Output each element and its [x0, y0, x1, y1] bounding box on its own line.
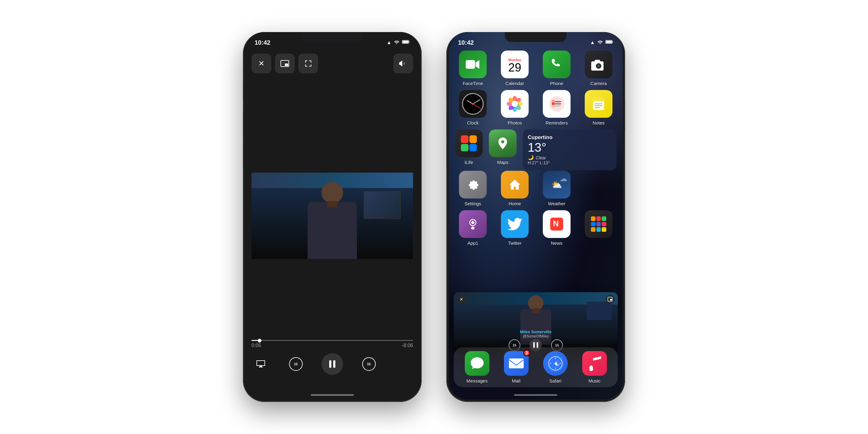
svg-rect-45	[610, 299, 612, 301]
expand-button[interactable]	[299, 54, 318, 73]
settings-label: Settings	[465, 201, 481, 206]
dock-messages[interactable]: Messages	[465, 351, 490, 383]
remaining-time: -8:06	[402, 343, 413, 348]
time-labels: 0:05 -8:06	[251, 343, 413, 348]
pip-person-handle: @SomeOfMiles	[454, 334, 618, 338]
power-button[interactable]	[421, 100, 422, 131]
mute-button[interactable]	[243, 82, 244, 100]
app-podcast[interactable]: App1	[455, 210, 491, 246]
svg-point-22	[512, 101, 518, 107]
app-camera[interactable]: Camera	[581, 51, 617, 86]
video-player-screen: 10:42 ▲	[245, 32, 419, 400]
safari-icon	[543, 351, 568, 376]
volume-down-button-2[interactable]	[446, 143, 447, 168]
progress-bar-container[interactable]: 0:05 -8:06	[251, 340, 413, 348]
app-maps[interactable]: Maps	[489, 129, 517, 165]
notes-label: Notes	[592, 120, 604, 125]
svg-rect-10	[466, 60, 475, 69]
news-icon: N	[543, 210, 570, 238]
weather-range: H:27° L:13°	[528, 160, 612, 165]
svg-text:N: N	[553, 219, 559, 228]
signal-icon: ▲	[386, 40, 392, 45]
app-grid-row4: Settings Home ☁ ⛅	[455, 171, 617, 206]
weather-widget[interactable]: Cupertino 13° 🌙 Clear H:27° L:13°	[523, 129, 617, 170]
app-twitter[interactable]: Twitter	[497, 210, 533, 246]
svg-rect-32	[593, 100, 604, 101]
pip-button[interactable]	[275, 54, 295, 73]
volume-up-button-2[interactable]	[446, 112, 447, 137]
volume-up-button[interactable]	[243, 112, 244, 137]
weather-app-icon: ☁ ⛅	[543, 171, 570, 198]
ilife-label: iLife	[465, 160, 473, 165]
app-weather[interactable]: ☁ ⛅ Weather	[539, 171, 575, 206]
calendar-icon: Monday 29	[501, 51, 529, 78]
app-row3-with-widget: iLife Maps Cupertino 13° 🌙	[455, 129, 617, 170]
maps-icon	[489, 129, 517, 157]
calendar-num: 29	[508, 62, 521, 73]
app-notes[interactable]: Notes	[581, 90, 617, 125]
svg-point-49	[589, 367, 593, 371]
video-thumbnail	[251, 173, 413, 259]
notch-2	[505, 32, 566, 42]
reminders-icon	[543, 90, 570, 118]
home-indicator-2[interactable]	[514, 394, 557, 396]
weather-temp: 13°	[528, 141, 612, 154]
close-button[interactable]: ✕	[251, 54, 271, 73]
clock-icon	[459, 90, 487, 118]
messages-label: Messages	[466, 378, 487, 383]
svg-rect-9	[606, 41, 612, 43]
maps-label: Maps	[497, 160, 508, 165]
calendar-label: Calendar	[505, 81, 524, 86]
app-news[interactable]: N News	[539, 210, 575, 246]
playback-controls: 0:05 -8:06 15	[251, 340, 413, 375]
settings-icon	[459, 171, 487, 198]
app-empty	[581, 171, 617, 206]
app-grid-row1: FaceTime Monday 29 Calendar	[455, 51, 617, 86]
svg-rect-6	[333, 360, 335, 368]
pause-button[interactable]	[321, 353, 343, 375]
pip-expand-button[interactable]	[606, 295, 615, 304]
app-settings[interactable]: Settings	[455, 171, 491, 206]
volume-button[interactable]	[393, 54, 413, 73]
clock-minute-hand	[473, 99, 480, 104]
reminders-label: Reminders	[546, 120, 568, 125]
progress-track[interactable]	[251, 340, 413, 341]
volume-down-button[interactable]	[243, 143, 244, 168]
power-button-2[interactable]	[624, 100, 625, 131]
current-time: 0:05	[251, 343, 261, 348]
phone-label: Phone	[550, 81, 563, 86]
phone1-screen: 10:42 ▲	[245, 32, 419, 400]
music-icon	[582, 351, 607, 376]
app-calendar[interactable]: Monday 29 Calendar	[497, 51, 533, 86]
dock-safari[interactable]: Safari	[543, 351, 568, 383]
app-photos[interactable]: Photos	[497, 90, 533, 125]
facetime-icon	[459, 51, 487, 78]
svg-point-37	[471, 221, 474, 224]
weather-label: Weather	[548, 201, 565, 206]
app-phone[interactable]: Phone	[539, 51, 575, 86]
mute-button-2[interactable]	[446, 82, 447, 100]
home-icon	[501, 171, 529, 198]
pip-overlay[interactable]: 15 15 Miles Somerville @SomeOf	[454, 292, 618, 354]
home-screen: 10:42 ▲	[449, 32, 623, 400]
messages-icon	[465, 351, 490, 376]
app-grid-row2: Clock	[455, 90, 617, 125]
app-ilife[interactable]: iLife	[455, 129, 483, 165]
app-facetime[interactable]: FaceTime	[455, 51, 491, 86]
app-home[interactable]: Home	[497, 171, 533, 206]
skip-back-button[interactable]: 15	[289, 357, 303, 371]
dock-mail[interactable]: 3 Mail	[504, 351, 529, 383]
app-grid-app[interactable]	[581, 210, 617, 246]
dock-music[interactable]: Music	[582, 351, 607, 383]
home-indicator[interactable]	[311, 394, 354, 396]
podcast-label: App1	[467, 241, 478, 246]
skip-fwd-button[interactable]: 15	[362, 357, 376, 371]
wifi-icon	[394, 40, 400, 45]
notes-icon	[585, 90, 613, 118]
app-reminders[interactable]: Reminders	[539, 90, 575, 125]
podcast-icon	[459, 210, 487, 238]
app-clock[interactable]: Clock	[455, 90, 491, 125]
svg-rect-46	[509, 359, 524, 368]
airplay-button[interactable]	[251, 355, 270, 373]
pip-close-button[interactable]: ✕	[457, 295, 466, 304]
